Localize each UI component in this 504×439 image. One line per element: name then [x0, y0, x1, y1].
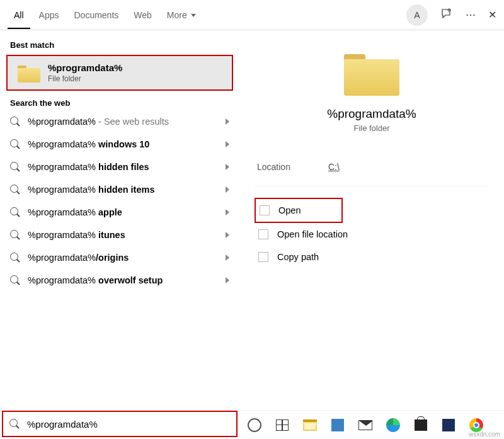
store-icon[interactable]: [412, 416, 430, 434]
action-open-location[interactable]: Open file location: [255, 223, 489, 246]
web-result-text: %programdata% hidden items: [28, 185, 154, 195]
search-web-heading: Search the web: [0, 93, 239, 110]
search-input[interactable]: [26, 418, 230, 430]
tab-more[interactable]: More: [161, 1, 202, 29]
best-match-result[interactable]: %programdata% File folder: [6, 55, 233, 91]
web-result[interactable]: %programdata% itunes: [0, 224, 239, 246]
chevron-right-icon: [226, 164, 229, 170]
folder-icon: [18, 64, 40, 83]
tabs: All Apps Documents Web More: [8, 1, 202, 29]
web-result[interactable]: %programdata% apple: [0, 201, 239, 224]
web-result[interactable]: %programdata% windows 10: [0, 133, 239, 156]
folder-large-icon: [344, 50, 399, 96]
best-match-title: %programdata%: [48, 62, 122, 73]
open-location-icon: [258, 229, 268, 239]
app-icon-1[interactable]: [329, 416, 346, 434]
search-icon: [10, 253, 20, 263]
more-icon[interactable]: ⋯: [466, 9, 476, 21]
file-explorer-icon[interactable]: [301, 416, 319, 434]
close-icon[interactable]: ✕: [488, 9, 496, 21]
web-result[interactable]: %programdata% - See web results: [0, 110, 239, 133]
results-panel: Best match %programdata% File folder Sea…: [0, 30, 239, 410]
copy-path-icon: [258, 252, 268, 262]
chevron-right-icon: [226, 118, 229, 125]
web-result-text: %programdata% windows 10: [28, 139, 149, 149]
web-result[interactable]: %programdata% overwolf setup: [0, 269, 239, 292]
detail-type: File folder: [255, 123, 489, 133]
tab-documents[interactable]: Documents: [67, 1, 125, 29]
taskbar: [239, 410, 504, 439]
tab-apps[interactable]: Apps: [33, 1, 66, 29]
watermark: wsxdn.com: [469, 431, 500, 438]
mail-icon[interactable]: [357, 416, 374, 434]
best-match-subtitle: File folder: [48, 74, 122, 83]
web-result-text: %programdata% apple: [28, 207, 122, 217]
feedback-icon[interactable]: [440, 8, 453, 23]
search-icon: [10, 139, 20, 149]
task-view-icon[interactable]: [273, 416, 291, 434]
action-copy-path[interactable]: Copy path: [255, 246, 489, 268]
search-icon: [10, 117, 20, 127]
chevron-right-icon: [226, 209, 229, 215]
search-icon: [10, 162, 20, 172]
web-result-text: %programdata% - See web results: [28, 117, 169, 127]
chevron-right-icon: [226, 277, 229, 283]
open-icon: [260, 205, 270, 215]
web-result-text: %programdata% itunes: [28, 230, 125, 240]
chevron-right-icon: [226, 254, 229, 261]
web-result[interactable]: %programdata%/origins: [0, 246, 239, 269]
location-label: Location: [257, 162, 290, 172]
chevron-right-icon: [226, 186, 229, 193]
search-icon: [9, 419, 20, 429]
top-bar: All Apps Documents Web More A ⋯ ✕: [0, 0, 504, 30]
action-open-location-label: Open file location: [277, 229, 348, 239]
web-result[interactable]: %programdata% hidden items: [0, 178, 239, 201]
cortana-icon[interactable]: [246, 416, 263, 434]
detail-panel: %programdata% File folder Location C:\ O…: [239, 30, 504, 410]
avatar[interactable]: A: [406, 4, 428, 26]
search-icon: [10, 275, 20, 285]
best-match-heading: Best match: [0, 35, 239, 52]
action-copy-path-label: Copy path: [277, 252, 319, 262]
edge-icon[interactable]: [384, 416, 402, 434]
chevron-down-icon: [191, 14, 196, 17]
app-icon-2[interactable]: [440, 416, 457, 434]
search-icon: [10, 185, 20, 195]
search-icon: [10, 230, 20, 240]
action-open-label: Open: [278, 205, 301, 215]
chevron-right-icon: [226, 141, 229, 147]
location-value[interactable]: C:\: [328, 162, 340, 172]
search-icon: [10, 207, 20, 217]
detail-name: %programdata%: [255, 107, 489, 121]
search-bar[interactable]: [3, 411, 237, 436]
tab-more-label: More: [167, 10, 187, 20]
web-result-text: %programdata% overwolf setup: [28, 275, 163, 285]
top-right-controls: A ⋯ ✕: [406, 4, 496, 26]
chevron-right-icon: [226, 232, 229, 238]
action-open[interactable]: Open: [255, 198, 343, 223]
location-row: Location C:\: [255, 158, 489, 186]
tab-all[interactable]: All: [8, 1, 30, 29]
tab-web[interactable]: Web: [127, 1, 158, 29]
web-result-text: %programdata% hidden files: [28, 162, 149, 172]
web-result[interactable]: %programdata% hidden files: [0, 156, 239, 178]
web-result-text: %programdata%/origins: [28, 253, 129, 263]
